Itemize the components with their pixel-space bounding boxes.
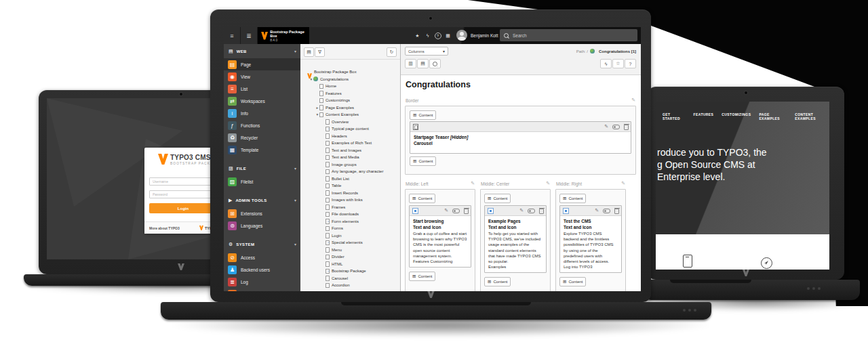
module-item-workspaces[interactable]: ⇄Workspaces: [224, 95, 300, 107]
tree-node-content-examples[interactable]: ▾Content Examples: [303, 111, 400, 119]
module-section-system[interactable]: ⚙SYSTEM▾: [224, 237, 300, 251]
refresh-button[interactable]: ↻: [387, 47, 397, 57]
tree-node-any-language-any-character[interactable]: Any language, any character: [303, 168, 400, 175]
bookmark-button[interactable]: ★: [412, 27, 422, 44]
tree-node-bootstrap-package-box[interactable]: Bootstrap Package Box: [303, 68, 400, 76]
nav-item-features[interactable]: FEATURES: [694, 112, 714, 121]
search-input[interactable]: [511, 33, 629, 39]
content-element-header: ✎: [560, 206, 621, 216]
module-item-view[interactable]: ◉View: [224, 70, 300, 83]
card-links[interactable]: Features Customizing: [413, 259, 467, 264]
tree-node-overview[interactable]: Overview: [303, 119, 400, 126]
tree-node-text-and-images[interactable]: Text and Images: [303, 147, 400, 154]
tree-node-home[interactable]: Home: [303, 83, 400, 90]
tree-node-page-examples[interactable]: ▸Page Examples: [303, 104, 400, 112]
filter-button[interactable]: ∇: [315, 47, 325, 57]
tree-node-table[interactable]: Table: [303, 182, 400, 190]
tree-node-label: Frames: [332, 205, 345, 209]
edit-column-icon[interactable]: ✎: [631, 98, 635, 103]
tree-node-label: Special elements: [332, 240, 363, 244]
tree-node-divider[interactable]: Divider: [303, 253, 400, 261]
nav-item-content-examples[interactable]: CONTENT EXAMPLES: [795, 112, 829, 121]
clear-cache-button[interactable]: ϟ: [422, 27, 433, 44]
visibility-toggle-icon[interactable]: [452, 209, 460, 213]
help-button[interactable]: ?: [625, 59, 636, 68]
avatar[interactable]: [456, 30, 467, 41]
module-section-file[interactable]: ▨FILE▾: [224, 161, 300, 175]
add-content-button[interactable]: ⊞Content: [559, 277, 586, 286]
nav-item-customizings[interactable]: CUSTOMIZINGS: [722, 112, 751, 121]
tree-node-menu[interactable]: Menu: [303, 247, 400, 254]
tree-node-login[interactable]: Login: [303, 232, 400, 240]
more-about-typo3-link[interactable]: More about TYPO3: [149, 226, 180, 230]
module-section-web[interactable]: ▤WEB▾: [224, 44, 300, 58]
tree-node-examples-of-rich-text[interactable]: Examples of Rich Text: [303, 140, 400, 147]
add-content-button[interactable]: ⊞Content: [484, 194, 511, 203]
content-element-card[interactable]: ✎Example PagesText and IconTo help get y…: [484, 205, 547, 273]
edit-column-icon[interactable]: ✎: [546, 181, 550, 186]
tree-node-features[interactable]: Features: [303, 90, 400, 98]
help-button[interactable]: ?: [433, 27, 443, 44]
trash-icon[interactable]: [539, 209, 544, 214]
content-element-card[interactable]: ✎Test the CMSText and IconExplore TYPO3 …: [559, 205, 622, 273]
module-item-template[interactable]: ▦Template: [224, 144, 300, 156]
tree-node-carousel[interactable]: Carousel: [303, 275, 400, 282]
module-item-languages[interactable]: ⊚Languages: [224, 219, 300, 232]
edit-icon[interactable]: ✎: [444, 208, 448, 213]
new-page-button[interactable]: ▤: [304, 47, 314, 57]
nav-item-get-started[interactable]: GET STARTED: [663, 112, 686, 121]
tree-node-headers[interactable]: Headers: [303, 133, 400, 140]
module-item-functions[interactable]: ƒFunctions: [224, 119, 300, 131]
login-button[interactable]: Login: [149, 203, 217, 213]
username-field[interactable]: [149, 177, 216, 186]
module-item-filelist[interactable]: ▨Filelist: [224, 175, 300, 188]
content-element-card[interactable]: ✎Start browsingText and IconGrab a cup o…: [409, 205, 471, 268]
module-item-page[interactable]: ▤Page: [224, 58, 300, 70]
add-content-button[interactable]: ⊞Content: [484, 277, 511, 286]
visibility-toggle-icon[interactable]: [528, 209, 535, 213]
tree-node-text-and-media[interactable]: Text and Media: [303, 154, 400, 161]
add-content-button[interactable]: ⊞Content: [559, 194, 586, 203]
menu-toggle-button[interactable]: ≡: [224, 27, 241, 44]
module-item-recycler[interactable]: ♻Recycler: [224, 131, 300, 144]
tree-toggle-button[interactable]: ≣: [241, 27, 258, 44]
module-item-install[interactable]: ⚙Install: [224, 288, 300, 291]
add-content-button[interactable]: ⊞Content: [409, 272, 435, 281]
password-field[interactable]: [149, 190, 216, 198]
trash-icon[interactable]: [614, 209, 619, 214]
tree-node-accordion[interactable]: Accordion: [303, 282, 400, 289]
visibility-toggle-icon[interactable]: [603, 209, 610, 213]
user-name[interactable]: Benjamin Kott: [471, 27, 498, 44]
module-item-extensions[interactable]: ⊞Extensions: [224, 207, 300, 219]
tree-node-customizings[interactable]: Customizings: [303, 97, 400, 104]
edit-column-icon[interactable]: ✎: [471, 181, 475, 186]
tree-node-bullet-list[interactable]: Bullet List: [303, 175, 400, 183]
tree-node-typical-page-content[interactable]: Typical page content: [303, 125, 400, 133]
tree-node-bootstrap-package[interactable]: Bootstrap Package: [303, 268, 400, 275]
trash-icon[interactable]: [464, 209, 469, 214]
module-section-admin-tools[interactable]: ▶ADMIN TOOLS▾: [224, 193, 300, 207]
edit-icon[interactable]: ✎: [519, 208, 524, 213]
edit-column-icon[interactable]: ✎: [621, 181, 625, 186]
tree-node-special-elements[interactable]: Special elements: [303, 239, 400, 247]
tree-node-frames[interactable]: Frames: [303, 204, 400, 211]
add-content-button[interactable]: ⊞Content: [409, 194, 435, 203]
module-item-access[interactable]: ⊘Access: [224, 251, 300, 263]
card-links[interactable]: Examples: [488, 264, 542, 270]
module-item-log[interactable]: ≣Log: [224, 276, 300, 288]
nav-item-page-examples[interactable]: PAGE EXAMPLES: [759, 112, 787, 121]
tree-node-forms[interactable]: Forms: [303, 225, 400, 232]
tree-node-insert-records[interactable]: Insert Records: [303, 190, 400, 197]
tree-node-image-groups[interactable]: Image groups: [303, 161, 400, 169]
tree-node-form-elements[interactable]: Form elements: [303, 218, 400, 226]
edit-icon[interactable]: ✎: [595, 208, 599, 213]
tree-node-congratulations[interactable]: ▾Congratulations: [303, 76, 400, 83]
card-links[interactable]: Log into TYPO3: [564, 264, 618, 270]
tree-node-html[interactable]: HTML: [303, 261, 400, 268]
tree-node-images-with-links[interactable]: Images with links: [303, 196, 400, 204]
module-item-info[interactable]: iInfo: [224, 107, 300, 119]
module-item-backend-users[interactable]: ♟Backend users: [224, 263, 300, 276]
modules-button[interactable]: ▦: [443, 27, 453, 44]
tree-node-file-downloads[interactable]: File downloads: [303, 211, 400, 218]
module-item-list[interactable]: ≡List: [224, 83, 300, 95]
